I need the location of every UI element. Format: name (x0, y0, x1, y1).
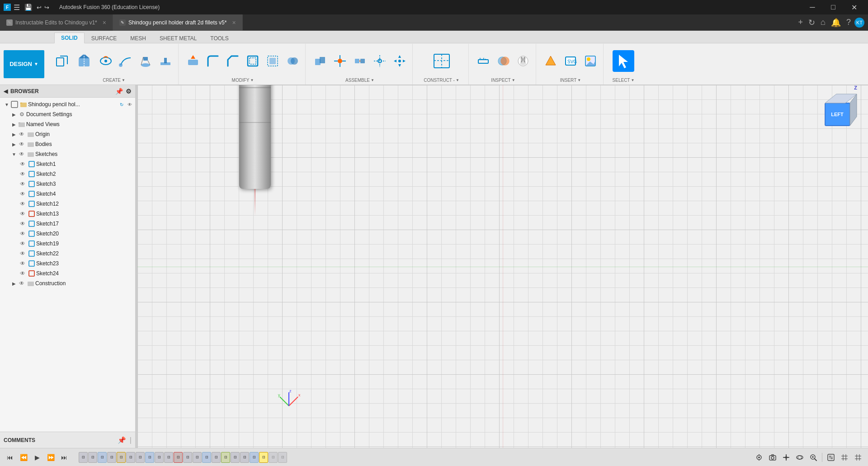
notifications-button[interactable]: 🔔 (829, 17, 843, 28)
press-pull-button[interactable] (184, 52, 202, 70)
fillet-button[interactable] (204, 52, 222, 70)
timeline-item[interactable]: ⊡ (212, 452, 221, 463)
sketch12-eye[interactable]: 👁 (19, 200, 26, 207)
sketch13-eye[interactable]: 👁 (19, 210, 26, 217)
shell-button[interactable] (244, 52, 262, 70)
view-cube[interactable]: LEFT Z (818, 89, 859, 130)
timeline-item[interactable]: ⊡ (250, 452, 259, 463)
create-label[interactable]: CREATE ▼ (103, 78, 125, 83)
tab-0[interactable]: ✎ Instructable Edits to Chindogu v1* × (0, 14, 113, 31)
snap-button[interactable] (753, 451, 765, 464)
undo-icon[interactable]: ↩ (37, 4, 42, 11)
assemble-label[interactable]: ASSEMBLE ▼ (345, 78, 374, 83)
origin-expand[interactable]: ▶ (11, 131, 17, 137)
comments-pin-icon[interactable]: 📌 (118, 436, 126, 444)
bodies-eye-icon[interactable]: 👁 (18, 141, 25, 148)
insert-mesh-button[interactable] (542, 52, 560, 70)
tree-item-sketch4[interactable]: 👁 Sketch4 (0, 189, 135, 199)
select-button[interactable] (611, 49, 636, 73)
move-button[interactable] (391, 52, 409, 70)
zebra-button[interactable] (514, 52, 532, 70)
sketch19-eye[interactable]: 👁 (19, 240, 26, 247)
ribbon-tab-sheetmetal[interactable]: SHEET METAL (153, 33, 203, 43)
timeline-item[interactable]: ⊡ (174, 452, 183, 463)
tree-item-sketch1[interactable]: 👁 Sketch1 (0, 159, 135, 169)
joint-origin-button[interactable] (371, 52, 389, 70)
sketch24-eye[interactable]: 👁 (19, 270, 26, 277)
sketch3-eye[interactable]: 👁 (19, 180, 26, 188)
sketch23-eye[interactable]: 👁 (19, 260, 26, 267)
rib-button[interactable] (156, 52, 175, 70)
insert-svg-button[interactable]: SVG (561, 52, 580, 70)
new-tab-button[interactable]: + (797, 17, 805, 28)
camera-button[interactable] (766, 451, 779, 464)
tree-item-sketch3[interactable]: 👁 Sketch3 (0, 179, 135, 189)
tree-item-sketch2[interactable]: 👁 Sketch2 (0, 169, 135, 179)
zoom-button[interactable] (807, 451, 820, 464)
tree-item-bodies[interactable]: ▶ 👁 Bodies (0, 139, 135, 149)
timeline-item[interactable]: ⊡ (126, 452, 135, 463)
timeline-item[interactable]: ⊡ (117, 452, 126, 463)
prev-frame-button[interactable]: ⏪ (17, 451, 30, 464)
measure-button[interactable] (474, 52, 492, 70)
timeline-item[interactable]: ⊡ (136, 452, 145, 463)
timeline-item[interactable]: ⊡ (88, 452, 97, 463)
named-views-expand[interactable]: ▶ (11, 121, 17, 127)
tab-1-close[interactable]: × (232, 19, 236, 26)
timeline-item[interactable]: ⊡ (202, 452, 211, 463)
sweep-button[interactable] (117, 52, 135, 70)
timeline-item[interactable]: ⊡ (79, 452, 88, 463)
tree-item-construction[interactable]: ▶ 👁 Construction (0, 278, 135, 288)
tab-1[interactable]: ✎ Shindogu pencil holder draft 2d fillet… (113, 14, 243, 31)
timeline-item[interactable]: ⊡ (164, 452, 173, 463)
sketch20-eye[interactable]: 👁 (19, 230, 26, 237)
tree-item-sketches[interactable]: ▼ 👁 Sketches (0, 149, 135, 159)
tree-item-origin[interactable]: ▶ 👁 Origin (0, 129, 135, 139)
skip-forward-button[interactable]: ⏭ (58, 451, 71, 464)
construct-main-button[interactable] (429, 48, 455, 74)
next-frame-button[interactable]: ⏩ (44, 451, 57, 464)
root-sync-icon[interactable]: ↻ (118, 101, 125, 108)
root-eye-icon[interactable]: 👁 (126, 101, 133, 108)
tab-0-close[interactable]: × (103, 19, 106, 26)
construction-eye[interactable]: 👁 (18, 280, 25, 287)
browser-collapse-icon[interactable]: ◀ (4, 88, 8, 94)
timeline-item[interactable]: ⊡ (269, 452, 278, 463)
ribbon-tab-surface[interactable]: SURFACE (85, 33, 124, 43)
redo-icon[interactable]: ↪ (44, 4, 49, 11)
sketches-expand[interactable]: ▼ (11, 151, 17, 157)
timeline-item[interactable]: ⊡ (193, 452, 202, 463)
construction-expand[interactable]: ▶ (11, 280, 17, 287)
asbuilt-joint-button[interactable] (351, 52, 369, 70)
sketch2-eye[interactable]: 👁 (19, 170, 26, 178)
tree-item-sketch17[interactable]: 👁 Sketch17 (0, 219, 135, 229)
view-grid-button[interactable] (852, 451, 864, 464)
timeline-item[interactable]: ⊡ (278, 452, 287, 463)
close-button[interactable]: ✕ (844, 0, 864, 14)
chamfer-button[interactable] (224, 52, 242, 70)
browser-pin-icon[interactable]: 📌 (115, 88, 123, 95)
decal-button[interactable] (581, 52, 599, 70)
timeline-item[interactable]: ⊡ (98, 452, 107, 463)
bodies-expand[interactable]: ▶ (11, 141, 17, 147)
ribbon-tab-tools[interactable]: TOOLS (203, 33, 235, 43)
timeline-item[interactable]: ⊡ (155, 452, 164, 463)
tree-item-sketch20[interactable]: 👁 Sketch20 (0, 229, 135, 239)
refresh-button[interactable]: ↻ (807, 17, 817, 28)
tree-item-sketch22[interactable]: 👁 Sketch22 (0, 249, 135, 259)
skip-back-button[interactable]: ⏮ (4, 451, 16, 464)
loft-button[interactable] (137, 52, 155, 70)
tree-item-doc-settings[interactable]: ▶ ⚙ Document Settings (0, 109, 135, 119)
doc-settings-expand[interactable]: ▶ (11, 111, 17, 118)
select-label[interactable]: SELECT ▼ (613, 78, 635, 83)
minimize-button[interactable]: ─ (802, 0, 823, 14)
new-component-button[interactable] (53, 52, 71, 70)
timeline-item[interactable]: ⊡ (240, 452, 249, 463)
save-icon[interactable]: 💾 (24, 4, 32, 11)
sketch4-eye[interactable]: 👁 (19, 190, 26, 198)
timeline-item[interactable]: ⊡ (183, 452, 192, 463)
tree-item-sketch23[interactable]: 👁 Sketch23 (0, 259, 135, 268)
app-menu-icon[interactable]: ☰ (14, 3, 20, 12)
user-button[interactable]: KT (854, 18, 864, 28)
timeline-item[interactable]: ⊡ (231, 452, 240, 463)
